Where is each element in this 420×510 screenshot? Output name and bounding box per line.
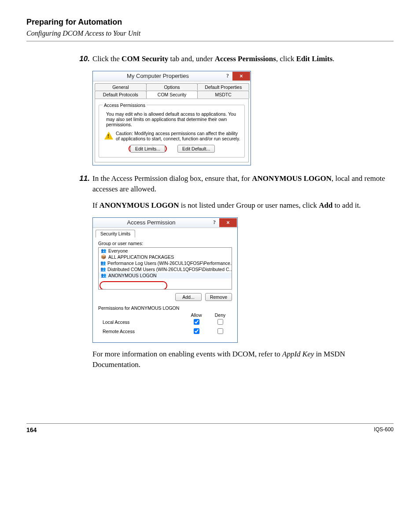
tabs-row: Security Limits [93,228,237,238]
remove-button[interactable]: Remove [205,293,232,301]
tab-com-security[interactable]: COM Security [146,91,198,99]
users-icon: 👥 [100,248,107,253]
bold-com-security: COM Security [122,55,168,63]
tab-default-properties[interactable]: Default Properties [197,83,249,91]
list-item[interactable]: 👥Everyone [99,248,232,254]
edit-default-button[interactable]: Edit Default... [177,145,215,153]
tab-security-limits[interactable]: Security Limits [96,230,135,238]
italic-appid-key: AppId Key [282,350,314,358]
list-item-label: Everyone [108,248,128,253]
checkbox-remote-allow[interactable] [194,328,199,334]
tabpanel-com-security: Access Permissions You may edit who is a… [95,99,249,162]
list-item[interactable]: 📦ALL APPLICATION PACKAGES [99,254,232,260]
group-access-permissions: Access Permissions You may edit who is a… [99,103,245,158]
model-number: IQS-600 [374,426,394,433]
bold-anonymous-logon: ANONYMOUS LOGON [252,174,332,183]
warning-icon [104,132,113,139]
highlight-circle [99,281,167,290]
close-button[interactable]: × [232,72,250,81]
col-deny: Deny [208,312,232,318]
tabs-row-2: Default Protocols COM Security MSDTC [93,91,251,99]
list-item-label: Performance Log Users (WIN-26CUL1QFOSF\P… [107,261,232,266]
bold-edit-limits: Edit Limits [296,55,333,63]
help-button[interactable]: ? [223,73,232,79]
dialog-titlebar[interactable]: My Computer Properties ? × [93,71,251,81]
group-user-listbox[interactable]: 👥Everyone 📦ALL APPLICATION PACKAGES 👥Per… [98,247,232,290]
group-user-label: Group or user names: [98,241,232,246]
step-body: Click the COM Security tab and, under Ac… [92,54,394,65]
list-item-anonymous-logon[interactable]: 👥ANONYMOUS LOGON [99,272,232,279]
list-item-label: Distributed COM Users (WIN-26CUL1QFOSF\D… [107,267,232,272]
tab-default-protocols[interactable]: Default Protocols [95,91,147,99]
text-fragment: If [92,201,99,209]
page-title: Preparing for Automation [26,18,394,27]
dialog-titlebar[interactable]: Access Permission ? × [93,217,237,228]
text-fragment: tab and, under [168,55,214,63]
edit-limits-button[interactable]: Edit Limits... [130,145,165,153]
dialog-my-computer-properties: My Computer Properties ? × General Optio… [92,71,251,165]
caution-text: Caution: Modifying access permissions ca… [116,131,241,141]
step-body: In the Access Permission dialog box, ens… [92,173,394,195]
add-button[interactable]: Add... [175,293,202,301]
text-fragment: is not listed under Group or user names,… [179,201,319,209]
page-subtitle: Configuring DCOM Access to Your Unit [26,29,394,37]
list-item-label: ANONYMOUS LOGON [108,273,157,278]
users-icon: 👥 [100,267,106,272]
dialog-title: Access Permission [122,219,181,226]
tab-general[interactable]: General [95,83,147,91]
permissions-header: Allow Deny [98,312,232,318]
dialog-access-permission: Access Permission ? × Security Limits Gr… [92,217,238,343]
text-fragment: Click the [92,55,122,63]
list-item[interactable]: 👥Distributed COM Users (WIN-26CUL1QFOSF\… [99,266,232,272]
perm-name: Local Access [103,319,184,325]
tab-options[interactable]: Options [146,83,198,91]
checkbox-local-allow[interactable] [194,319,199,325]
col-allow: Allow [184,312,208,318]
package-icon: 📦 [100,254,107,260]
tabs-row-1: General Options Default Properties [93,81,251,91]
highlight-circle: Edit Limits... [129,145,167,153]
checkbox-local-deny[interactable] [217,319,223,325]
dialog-title: My Computer Properties [125,73,191,79]
tab-msdtc[interactable]: MSDTC [197,91,249,99]
text-fragment: to add it. [332,201,361,209]
header-divider [26,41,394,41]
users-icon: 👥 [100,273,107,278]
list-item-label: ALL APPLICATION PACKAGES [108,254,174,260]
step-11: 11. In the Access Permission dialog box,… [75,173,394,195]
text-fragment: , click [276,55,296,63]
close-button[interactable]: × [219,218,237,227]
access-desc: You may edit who is allowed default acce… [106,111,241,127]
perm-name: Remote Access [103,329,184,334]
permissions-label: Permissions for ANONYMOUS LOGON [98,305,232,311]
tabpanel-security-limits: Group or user names: 👥Everyone 📦ALL APPL… [95,237,236,340]
text-fragment: For more information on enabling events … [92,350,282,358]
bold-add: Add [319,201,332,209]
step-number: 11. [75,173,90,195]
page-number: 164 [26,426,37,433]
step-number: 10. [75,54,90,65]
bold-anonymous-logon: ANONYMOUS LOGON [99,201,179,209]
help-button[interactable]: ? [210,219,219,226]
list-item[interactable]: 👥Performance Log Users (WIN-26CUL1QFOSF\… [99,260,232,266]
checkbox-remote-deny[interactable] [217,328,223,334]
permissions-table: Allow Deny Local Access Remote Access [98,312,232,336]
perm-row-local-access: Local Access [98,318,232,327]
group-legend: Access Permissions [103,103,147,108]
text-fragment: In the Access Permission dialog box, ens… [92,174,252,183]
step-10: 10. Click the COM Security tab and, unde… [75,54,394,65]
page-footer: 164 IQS-600 [26,423,394,433]
text-fragment: . [332,55,334,63]
users-icon: 👥 [100,261,106,266]
perm-row-remote-access: Remote Access [98,327,232,336]
step-11-para2: If ANONYMOUS LOGON is not listed under G… [92,200,394,211]
closing-paragraph: For more information on enabling events … [92,349,394,371]
bold-access-permissions: Access Permissions [215,55,276,63]
